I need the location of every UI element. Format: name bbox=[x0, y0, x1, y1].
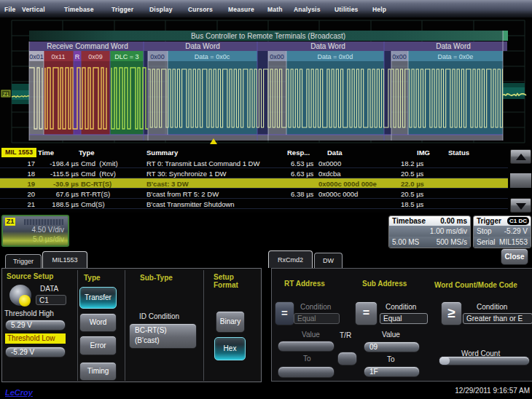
svg-text:Receive Command Word: Receive Command Word bbox=[47, 42, 128, 50]
svg-text:Data Word: Data Word bbox=[436, 42, 471, 50]
svg-text:R: R bbox=[75, 53, 80, 60]
svg-text:Bus Controller to Remote Termi: Bus Controller to Remote Terminals (Broa… bbox=[191, 32, 345, 40]
svg-text:Data Word: Data Word bbox=[310, 42, 345, 50]
svg-text:DLC = 3: DLC = 3 bbox=[114, 53, 138, 60]
svg-text:Data = 0x0e: Data = 0x0e bbox=[438, 53, 474, 60]
svg-text:0x01: 0x01 bbox=[29, 53, 44, 60]
svg-text:Z1: Z1 bbox=[3, 92, 9, 97]
svg-text:Data = 0x0c: Data = 0x0c bbox=[195, 53, 230, 60]
svg-text:0x00: 0x00 bbox=[392, 53, 407, 60]
svg-text:Data = 0x0d: Data = 0x0d bbox=[318, 53, 353, 60]
svg-text:Data Word: Data Word bbox=[185, 42, 220, 50]
svg-text:0x11: 0x11 bbox=[52, 53, 66, 60]
svg-text:0x09: 0x09 bbox=[88, 53, 103, 60]
svg-text:0x00: 0x00 bbox=[150, 53, 165, 60]
svg-text:0x00: 0x00 bbox=[270, 53, 284, 60]
